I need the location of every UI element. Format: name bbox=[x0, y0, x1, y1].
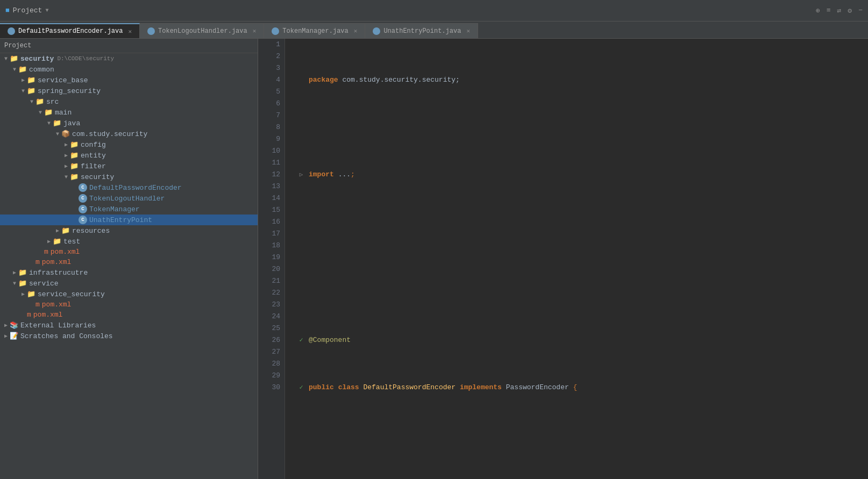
folder-service-icon: 📁 bbox=[18, 279, 27, 288]
tab-label-2: TokenLogoutHandler.java bbox=[158, 27, 247, 35]
arrow-main: ▼ bbox=[37, 109, 44, 116]
tab-label-1: DefaultPasswordEncoder.java bbox=[18, 27, 123, 35]
code-line-7: ✓ @Component bbox=[294, 334, 868, 346]
tree-java[interactable]: ▼ 📁 java bbox=[0, 118, 258, 128]
tab-token-logout-handler[interactable]: TokenLogoutHandler.java ✕ bbox=[140, 23, 264, 38]
tree-scratches[interactable]: ▶ 📝 Scratches and Consoles bbox=[0, 331, 258, 341]
ln-14: 14 bbox=[262, 192, 280, 204]
code-text-7: @Component bbox=[309, 334, 351, 346]
tree-test[interactable]: ▶ 📁 test bbox=[0, 236, 258, 247]
arrow-scratches: ▶ bbox=[2, 332, 10, 340]
root-path: D:\CODE\security bbox=[57, 55, 114, 62]
ln-5: 5 bbox=[262, 86, 280, 98]
tree-filter[interactable]: ▶ 📁 filter bbox=[0, 161, 258, 171]
ln-18: 18 bbox=[262, 240, 280, 252]
tree-label-tm: TokenManager bbox=[89, 205, 140, 213]
tree-label-config: config bbox=[81, 141, 106, 149]
tree-label-com: com.study.security bbox=[72, 130, 147, 138]
tab-close-3[interactable]: ✕ bbox=[354, 27, 358, 34]
ctrl-split[interactable]: ⇄ bbox=[837, 6, 842, 15]
ctrl-list[interactable]: ≡ bbox=[827, 6, 831, 15]
tree-common[interactable]: ▼ 📁 common bbox=[0, 64, 258, 75]
project-header: Project bbox=[0, 39, 258, 53]
ln-15: 15 bbox=[262, 204, 280, 216]
tree-default-password-encoder[interactable]: ▶ C DefaultPasswordEncoder bbox=[0, 182, 258, 193]
folder-src-icon: 📁 bbox=[35, 97, 44, 106]
ln-29: 29 bbox=[262, 370, 280, 382]
tree-label-filter: filter bbox=[81, 162, 106, 170]
folder-security-pkg-icon: 📁 bbox=[70, 173, 79, 181]
tree-resources[interactable]: ▶ 📁 resources bbox=[0, 225, 258, 236]
tree-label-security-pkg: security bbox=[81, 173, 114, 181]
code-line-6 bbox=[294, 287, 868, 299]
arrow-entity: ▶ bbox=[62, 152, 70, 159]
tree-src[interactable]: ▼ 📁 src bbox=[0, 96, 258, 107]
tree-infrastrucutre[interactable]: ▶ 📁 infrastrucutre bbox=[0, 267, 258, 278]
tab-java-icon-3 bbox=[272, 27, 279, 35]
tree-spring-security[interactable]: ▼ 📁 spring_security bbox=[0, 85, 258, 96]
project-label[interactable]: Project bbox=[13, 6, 42, 15]
tab-close-1[interactable]: ✕ bbox=[128, 28, 132, 35]
scratches-icon: 📝 bbox=[10, 332, 18, 340]
code-text-3: import ...; bbox=[309, 169, 355, 181]
gutter-8: ✓ bbox=[294, 382, 309, 394]
tree-label-java: java bbox=[63, 119, 80, 127]
tree-security-pkg[interactable]: ▼ 📁 security bbox=[0, 171, 258, 182]
tree-unath-entry-point[interactable]: ▶ C UnathEntryPoint bbox=[0, 215, 258, 225]
editor-wrapper: 1 2 3 4 5 6 7 8 9 10 11 12 13 14 15 16 1 bbox=[258, 39, 868, 479]
project-icon: ■ bbox=[5, 6, 10, 15]
tree-label-pom-spring: pom.xml bbox=[51, 248, 80, 256]
tree-service-base[interactable]: ▶ 📁 service_base bbox=[0, 75, 258, 85]
tree-pom-spring[interactable]: ▶ m pom.xml bbox=[0, 247, 258, 257]
tree-external-libs[interactable]: ▶ 📚 External Libraries bbox=[0, 320, 258, 331]
dropdown-arrow[interactable]: ▼ bbox=[45, 8, 48, 13]
tree-pom-common[interactable]: ▶ m pom.xml bbox=[0, 257, 258, 267]
tree-pom-root[interactable]: ▶ m pom.xml bbox=[0, 310, 258, 320]
tree-pom-service[interactable]: ▶ m pom.xml bbox=[0, 299, 258, 310]
tree-service[interactable]: ▼ 📁 service bbox=[0, 278, 258, 289]
folder-infra-icon: 📁 bbox=[18, 268, 27, 277]
folder-spring-security-icon: 📁 bbox=[27, 87, 35, 95]
arrow-security-root: ▼ bbox=[2, 55, 10, 62]
folder-service-sec-icon: 📁 bbox=[27, 290, 35, 298]
tree-label-resources: resources bbox=[72, 227, 110, 235]
folder-com-icon: 📦 bbox=[61, 130, 70, 138]
ln-26: 26 bbox=[262, 334, 280, 346]
code-text-10: public DefaultPasswordEncoder() { this( … bbox=[309, 476, 552, 479]
tab-token-manager[interactable]: TokenManager.java ✕ bbox=[264, 23, 365, 38]
arrow-test: ▶ bbox=[45, 238, 53, 245]
tree-token-logout-handler[interactable]: ▶ C TokenLogoutHandler bbox=[0, 193, 258, 204]
code-line-10: ▷ public DefaultPasswordEncoder() { this… bbox=[294, 476, 868, 479]
ln-16: 16 bbox=[262, 216, 280, 228]
tree-service-security[interactable]: ▶ 📁 service_security bbox=[0, 289, 258, 299]
tree-com-study-security[interactable]: ▼ 📦 com.study.security bbox=[0, 128, 258, 139]
ctrl-minimize[interactable]: − bbox=[858, 6, 863, 15]
ctrl-settings[interactable]: ⚙ bbox=[848, 6, 852, 15]
code-text-1: package com.study.security.security; bbox=[309, 74, 460, 86]
tree-token-manager[interactable]: ▶ C TokenManager bbox=[0, 204, 258, 215]
code-line-5 bbox=[294, 252, 868, 263]
tree-main[interactable]: ▼ 📁 main bbox=[0, 107, 258, 118]
tree-label-test: test bbox=[63, 238, 80, 246]
ln-3: 3 bbox=[262, 62, 280, 74]
ctrl-globe[interactable]: ⊕ bbox=[816, 6, 820, 15]
tree-security-root[interactable]: ▼ 📁 security D:\CODE\security bbox=[0, 53, 258, 64]
tab-default-password-encoder[interactable]: DefaultPasswordEncoder.java ✕ bbox=[0, 23, 140, 38]
title-bar-left: ■ Project ▼ bbox=[5, 6, 48, 15]
code-editor[interactable]: 1 2 3 4 5 6 7 8 9 10 11 12 13 14 15 16 1 bbox=[258, 39, 868, 479]
tree-label-security-root: security bbox=[20, 55, 54, 63]
tab-close-4[interactable]: ✕ bbox=[466, 27, 470, 34]
tree-config[interactable]: ▶ 📁 config bbox=[0, 139, 258, 150]
file-tlh-icon: C bbox=[79, 194, 87, 203]
tab-unath-entry-point[interactable]: UnathEntryPoint.java ✕ bbox=[365, 23, 478, 38]
code-line-1: package com.study.security.security; bbox=[294, 74, 868, 86]
tree-label-common: common bbox=[29, 66, 54, 74]
gutter-7: ✓ bbox=[294, 334, 309, 346]
ln-25: 25 bbox=[262, 323, 280, 334]
code-line-4 bbox=[294, 216, 868, 228]
tree-entity[interactable]: ▶ 📁 entity bbox=[0, 150, 258, 161]
tab-close-2[interactable]: ✕ bbox=[253, 27, 257, 34]
code-line-2 bbox=[294, 121, 868, 133]
title-bar: ■ Project ▼ ⊕ ≡ ⇄ ⚙ − bbox=[0, 0, 868, 22]
tree-label-dpencoder: DefaultPasswordEncoder bbox=[89, 184, 182, 192]
